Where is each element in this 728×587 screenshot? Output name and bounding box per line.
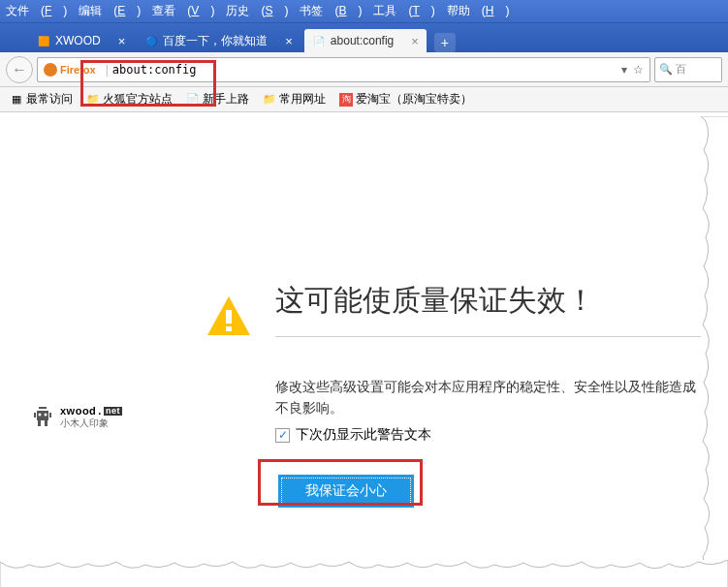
tab-label: 百度一下，你就知道 xyxy=(163,33,268,49)
bookmark-common-sites[interactable]: 📁常用网址 xyxy=(263,91,326,108)
menu-history[interactable]: 历史(S) xyxy=(226,3,288,19)
watermark: xwood.net 小木人印象 xyxy=(29,403,122,430)
tab-xwood[interactable]: 🟧 XWOOD × xyxy=(29,29,133,52)
accept-risk-button[interactable]: 我保证会小心 xyxy=(278,475,414,508)
svg-rect-3 xyxy=(39,407,47,409)
search-icon: 🔍 xyxy=(659,63,673,76)
tab-bar: 🟧 XWOOD × 🔵 百度一下，你就知道 × 📄 about:config ×… xyxy=(0,23,728,52)
svg-rect-0 xyxy=(226,310,232,324)
menu-view[interactable]: 查看(V) xyxy=(152,3,214,19)
warning-title: 这可能使质量保证失效！ xyxy=(275,281,702,337)
tab-label: about:config xyxy=(331,34,394,47)
svg-rect-7 xyxy=(49,413,51,417)
bookmarks-toolbar: ▦最常访问 📁火狐官方站点 📄新手上路 📁常用网址 淘爱淘宝（原淘宝特卖） xyxy=(0,87,728,112)
firefox-icon xyxy=(44,63,57,77)
tao-icon: 淘 xyxy=(339,93,353,107)
svg-rect-1 xyxy=(226,326,232,331)
close-icon[interactable]: × xyxy=(285,34,293,48)
menu-help[interactable]: 帮助(H) xyxy=(447,3,510,19)
page-icon: 📄 xyxy=(186,93,200,107)
toolbar: ← Firefox | about:config ▾ ☆ 🔍 百 xyxy=(0,52,728,87)
brand-label: Firefox xyxy=(60,64,96,76)
checkbox-row: ✓ 下次仍显示此警告文本 xyxy=(275,426,431,444)
show-warning-checkbox[interactable]: ✓ xyxy=(275,428,290,443)
new-tab-button[interactable]: + xyxy=(434,33,456,52)
svg-point-5 xyxy=(45,414,47,417)
svg-rect-2 xyxy=(37,411,48,420)
torn-edge-bottom xyxy=(0,560,728,587)
menu-bar: 文件(F) 编辑(E) 查看(V) 历史(S) 书签(B) 工具(T) 帮助(H… xyxy=(0,0,728,23)
bookmark-star-icon[interactable]: ☆ xyxy=(633,63,644,77)
svg-rect-9 xyxy=(45,420,47,426)
svg-rect-8 xyxy=(38,420,41,426)
bookmark-aitaobao[interactable]: 淘爱淘宝（原淘宝特卖） xyxy=(339,91,472,108)
tab-label: XWOOD xyxy=(55,34,101,47)
reader-icon[interactable]: ▾ xyxy=(621,63,627,77)
back-button[interactable]: ← xyxy=(6,56,33,83)
url-text: about:config xyxy=(112,63,197,77)
favicon-baidu: 🔵 xyxy=(144,34,158,47)
address-bar[interactable]: Firefox | about:config ▾ ☆ xyxy=(37,57,650,82)
robot-icon xyxy=(29,403,56,430)
separator: | xyxy=(106,63,109,77)
menu-tools[interactable]: 工具(T) xyxy=(373,3,434,19)
torn-edge-right xyxy=(701,116,728,587)
checkbox-label: 下次仍显示此警告文本 xyxy=(296,426,431,444)
tab-baidu[interactable]: 🔵 百度一下，你就知道 × xyxy=(137,29,301,52)
warning-triangle-icon xyxy=(204,293,254,343)
folder-icon: 📁 xyxy=(263,93,276,107)
content-area: 这可能使质量保证失效！ 修改这些高级设置可能会对本应用程序的稳定性、安全性以及性… xyxy=(0,112,728,587)
grid-icon: ▦ xyxy=(10,93,23,107)
folder-icon: 📁 xyxy=(86,93,100,107)
bookmark-firefox-official[interactable]: 📁火狐官方站点 xyxy=(86,91,173,108)
favicon-xwood: 🟧 xyxy=(37,34,50,47)
close-icon[interactable]: × xyxy=(411,34,419,48)
search-box[interactable]: 🔍 百 xyxy=(654,57,722,82)
favicon-generic: 📄 xyxy=(312,34,326,47)
svg-rect-6 xyxy=(34,413,36,417)
menu-file[interactable]: 文件(F) xyxy=(6,3,67,19)
menu-edit[interactable]: 编辑(E) xyxy=(79,3,141,19)
bookmark-most-visited[interactable]: ▦最常访问 xyxy=(10,91,73,108)
bookmark-getting-started[interactable]: 📄新手上路 xyxy=(186,91,249,108)
close-icon[interactable]: × xyxy=(118,34,126,48)
warning-body: 修改这些高级设置可能会对本应用程序的稳定性、安全性以及性能造成不良影响。 xyxy=(275,376,702,419)
svg-point-4 xyxy=(39,414,42,417)
tab-aboutconfig[interactable]: 📄 about:config × xyxy=(304,29,427,52)
menu-bookmarks[interactable]: 书签(B) xyxy=(300,3,362,19)
